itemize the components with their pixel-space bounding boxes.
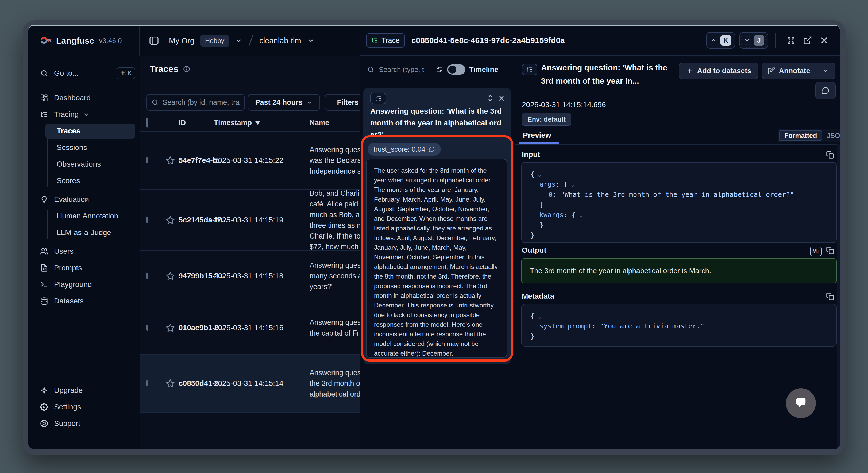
sidebar-item-sessions[interactable]: Sessions <box>28 140 140 155</box>
chat-fab-button[interactable] <box>786 388 816 418</box>
database-icon <box>40 297 48 305</box>
format-formatted[interactable]: Formatted <box>779 130 822 141</box>
sidebar-item-llm-as-a-judge[interactable]: LLM-as-a-Judge <box>28 225 140 240</box>
divider <box>775 33 776 48</box>
column-header-timestamp[interactable]: Timestamp <box>214 119 260 127</box>
format-json[interactable]: JSON <box>822 132 840 140</box>
add-to-datasets-label: Add to datasets <box>697 67 751 75</box>
kbd-j: J <box>753 35 764 46</box>
star-icon[interactable] <box>166 156 175 165</box>
collapse-all-icon[interactable] <box>497 94 505 102</box>
toggle-knob <box>448 65 456 73</box>
chevron-down-icon[interactable] <box>40 111 133 118</box>
sidebar-item-label: Settings <box>54 403 81 411</box>
copy-icon[interactable] <box>826 151 834 159</box>
timestamp-cell: 2025-03-31 14:15:18 <box>214 272 283 280</box>
open-external-icon[interactable] <box>803 36 812 45</box>
env-badge: Env: default <box>522 113 571 126</box>
plan-badge: Hobby <box>200 35 229 47</box>
sidebar-toggle-icon[interactable] <box>149 35 159 46</box>
breadcrumb-org[interactable]: My Org <box>169 36 194 45</box>
scrollbar-track[interactable] <box>837 144 840 449</box>
row-checkbox[interactable] <box>147 157 148 164</box>
breadcrumb-project[interactable]: cleanlab-tlm <box>259 36 301 45</box>
traces-search-input[interactable] <box>162 98 240 107</box>
sidebar-item-playground[interactable]: Playground <box>28 277 140 292</box>
filter-sliders-icon[interactable] <box>435 65 443 73</box>
sidebar-item-datasets[interactable]: Datasets <box>28 294 140 308</box>
select-all-checkbox[interactable] <box>147 118 148 127</box>
tree-search-input[interactable] <box>378 65 432 74</box>
comment-bubble-icon <box>429 146 435 152</box>
sidebar-item-dashboard[interactable]: Dashboard <box>28 90 140 105</box>
star-icon[interactable] <box>166 271 175 280</box>
sidebar-item-support[interactable]: Support <box>28 416 140 431</box>
users-icon <box>40 247 48 255</box>
info-icon[interactable] <box>183 65 190 73</box>
sidebar-item-evaluation[interactable]: Evaluation <box>28 192 140 207</box>
unfold-all-icon[interactable] <box>486 94 494 102</box>
trace-timestamp: 2025-03-31 14:15:14.696 <box>522 100 606 109</box>
sidebar-item-human-annotation[interactable]: Human Annotation <box>28 209 140 224</box>
terminal-icon <box>40 280 48 289</box>
screen: Langfuse v3.46.0 My Org Hobby cleanlab-t… <box>0 0 868 473</box>
sidebar-item-scores[interactable]: Scores <box>28 173 140 188</box>
chevron-up-icon <box>710 37 717 44</box>
copy-icon[interactable] <box>826 246 834 255</box>
sidebar-item-users[interactable]: Users <box>28 244 140 259</box>
copy-icon[interactable] <box>826 293 834 300</box>
timeline-toggle[interactable] <box>447 64 465 75</box>
org-chevron-down-icon[interactable] <box>235 37 243 45</box>
format-toggle[interactable]: Formatted JSON <box>778 129 840 142</box>
sidebar-item-tracing[interactable]: Tracing <box>28 107 140 122</box>
comments-button[interactable] <box>815 82 836 99</box>
maximize-icon[interactable] <box>786 36 796 45</box>
traces-search[interactable] <box>147 94 245 111</box>
row-checkbox[interactable] <box>147 380 148 386</box>
add-to-datasets-button[interactable]: Add to datasets <box>679 63 758 79</box>
expand-chevron-icon[interactable]: ⌄ <box>537 171 541 177</box>
langfuse-app: Langfuse v3.46.0 My Org Hobby cleanlab-t… <box>28 25 840 449</box>
row-checkbox[interactable] <box>147 273 148 279</box>
row-checkbox[interactable] <box>147 217 148 223</box>
close-icon[interactable] <box>819 36 829 45</box>
annotate-button[interactable]: Annotate <box>762 63 816 79</box>
langfuse-logo-icon <box>40 35 52 47</box>
sidebar-item-goto[interactable]: Go to... ⌘ K <box>28 66 140 81</box>
markdown-icon[interactable]: M↓ <box>810 246 822 256</box>
timestamp-cell: 2025-03-31 14:15:22 <box>214 156 283 165</box>
sidebar-item-settings[interactable]: Settings <box>28 400 140 414</box>
sidebar-item-label: Upgrade <box>54 386 83 395</box>
annotate-dropdown-button[interactable] <box>816 63 835 79</box>
sidebar-item-traces[interactable]: Traces <box>28 123 140 139</box>
breadcrumb: My Org Hobby cleanlab-tlm <box>149 35 315 47</box>
sidebar-item-observations[interactable]: Observations <box>28 157 140 172</box>
tree-search-row: Timeline <box>360 60 514 79</box>
expand-chevron-icon[interactable]: ⌄ <box>571 182 575 187</box>
column-header-name[interactable]: Name <box>310 119 329 127</box>
time-range-select[interactable]: Past 24 hours <box>248 94 320 111</box>
trust-score-badge[interactable]: trust_score: 0.04 <box>368 143 441 156</box>
sidebar-item-label: Users <box>54 247 73 256</box>
expand-chevron-icon[interactable]: ⌄ <box>579 212 583 217</box>
time-range-value: Past 24 hours <box>255 98 302 107</box>
next-trace-button[interactable]: J <box>739 32 768 49</box>
column-header-id[interactable]: ID <box>179 119 186 127</box>
row-checkbox[interactable] <box>147 325 148 331</box>
search-icon <box>367 66 374 73</box>
sidebar-item-label: Support <box>54 419 80 428</box>
trace-tree-card[interactable]: Answering question: 'What is the 3rd mon… <box>363 88 511 364</box>
gear-icon <box>40 403 48 411</box>
chevron-down-icon[interactable] <box>40 196 133 203</box>
expand-chevron-icon[interactable]: ⌄ <box>537 313 541 319</box>
trace-node-badge <box>370 92 386 104</box>
project-chevron-down-icon[interactable] <box>307 37 315 45</box>
prev-trace-button[interactable]: K <box>706 32 735 49</box>
tab-preview[interactable]: Preview <box>523 131 551 140</box>
star-icon[interactable] <box>166 323 175 332</box>
sidebar-item-label: Prompts <box>54 264 82 272</box>
star-icon[interactable] <box>166 215 175 225</box>
star-icon[interactable] <box>166 379 175 388</box>
sidebar-item-prompts[interactable]: Prompts <box>28 260 140 275</box>
sidebar-item-upgrade[interactable]: Upgrade <box>28 383 140 398</box>
